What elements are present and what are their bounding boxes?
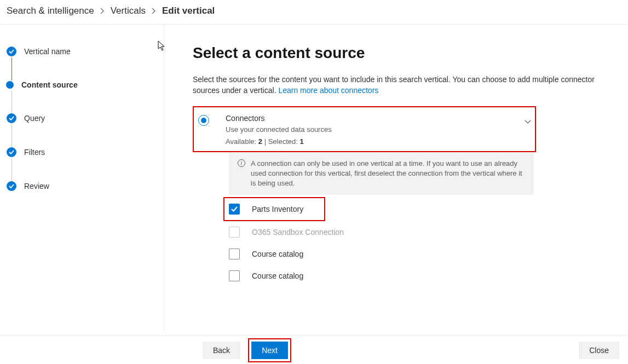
check-icon — [7, 113, 16, 123]
source-name: Connectors — [226, 114, 342, 123]
page-description: Select the sources for the content you w… — [193, 74, 610, 96]
breadcrumb-current: Edit vertical — [162, 5, 215, 16]
info-icon: i — [238, 159, 245, 167]
main-panel: Select a content source Select the sourc… — [164, 25, 628, 331]
close-button[interactable]: Close — [579, 342, 619, 359]
wizard-steps-sidebar: Vertical nameContent sourceQueryFiltersR… — [0, 25, 164, 331]
breadcrumb: Search & intelligence Verticals Edit ver… — [0, 0, 628, 25]
connections-list: Parts InventoryO365 Sandbox ConnectionCo… — [229, 197, 610, 287]
chevron-down-icon[interactable] — [524, 118, 532, 128]
connection-label: Parts Inventory — [252, 205, 303, 213]
connection-item: O365 Sandbox Connection — [229, 221, 610, 243]
chevron-right-icon — [100, 7, 105, 15]
wizard-step[interactable]: Vertical name — [7, 47, 155, 80]
source-counts: Available: 2 | Selected: 1 — [226, 137, 342, 146]
check-icon — [7, 147, 16, 157]
back-button[interactable]: Back — [203, 342, 240, 359]
radio-connectors[interactable] — [198, 115, 209, 126]
source-subtitle: Use your connected data sources — [226, 125, 342, 134]
wizard-step[interactable]: Content source — [7, 80, 155, 113]
page-title: Select a content source — [193, 44, 610, 62]
learn-more-link[interactable]: Learn more about connectors — [278, 86, 378, 95]
step-current-icon — [6, 81, 14, 89]
connection-checkbox[interactable] — [229, 270, 240, 281]
connection-label: O365 Sandbox Connection — [252, 228, 344, 236]
check-icon — [7, 181, 16, 191]
breadcrumb-root[interactable]: Search & intelligence — [7, 5, 94, 16]
connection-label: Course catalog — [252, 250, 303, 258]
step-label: Content source — [21, 80, 78, 89]
connection-checkbox — [229, 227, 240, 238]
step-label: Query — [24, 114, 45, 123]
connection-checkbox[interactable] — [229, 249, 240, 259]
info-text: A connection can only be used in one ver… — [251, 159, 525, 189]
connection-item[interactable]: Course catalog — [229, 265, 610, 287]
wizard-step[interactable]: Query — [7, 113, 155, 147]
wizard-step[interactable]: Filters — [7, 147, 155, 181]
step-label: Review — [24, 182, 49, 190]
content-source-option[interactable]: Connectors Use your connected data sourc… — [194, 107, 346, 151]
connection-label: Course catalog — [252, 271, 303, 280]
wizard-footer: Back Next Close — [0, 336, 628, 364]
wizard-step[interactable]: Review — [7, 181, 155, 191]
breadcrumb-mid[interactable]: Verticals — [111, 5, 146, 16]
step-label: Filters — [24, 148, 45, 157]
connection-checkbox[interactable] — [229, 204, 240, 215]
next-button[interactable]: Next — [251, 342, 288, 359]
info-banner: i A connection can only be used in one v… — [229, 152, 534, 195]
check-icon — [7, 47, 16, 56]
connection-item[interactable]: Course catalog — [229, 243, 610, 265]
connection-item[interactable]: Parts Inventory — [223, 197, 325, 221]
chevron-right-icon — [151, 7, 157, 15]
step-label: Vertical name — [24, 47, 71, 56]
